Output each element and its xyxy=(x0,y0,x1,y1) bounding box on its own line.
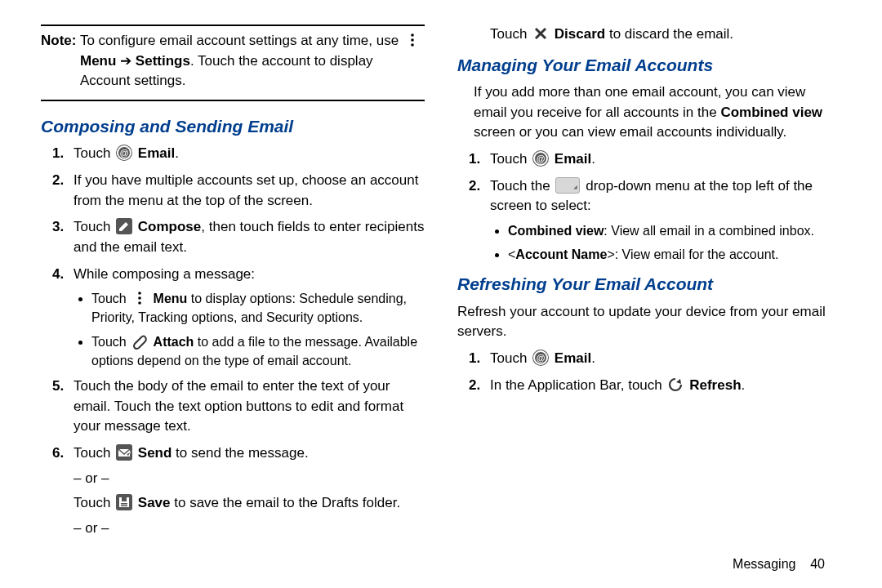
svg-text:@: @ xyxy=(537,154,546,163)
overflow-menu-icon xyxy=(131,290,148,306)
step: 2. Touch the drop-down menu at the top l… xyxy=(490,176,841,265)
step: 1. Touch @ Email. xyxy=(490,349,841,369)
email-at-icon: @ xyxy=(116,145,132,161)
svg-point-6 xyxy=(138,296,141,300)
note-text: Note: To configure email account setting… xyxy=(41,31,425,91)
step: 1. Touch @ Email. xyxy=(74,144,425,164)
bullet: Touch Attach to add a file to the messag… xyxy=(91,332,425,370)
overflow-menu-icon xyxy=(404,32,421,48)
svg-text:@: @ xyxy=(537,353,546,363)
or-divider: – or – xyxy=(74,469,425,489)
svg-point-2 xyxy=(411,43,414,47)
step: 1. Touch @ Email. xyxy=(490,149,841,170)
svg-point-0 xyxy=(411,33,414,37)
section-heading-composing: Composing and Sending Email xyxy=(41,114,425,139)
svg-rect-10 xyxy=(122,497,127,501)
step: 2. In the Application Bar, touch Refresh… xyxy=(490,376,841,396)
section-heading-managing: Managing Your Email Accounts xyxy=(457,53,841,78)
attach-icon xyxy=(131,333,148,350)
svg-point-1 xyxy=(411,38,414,42)
send-icon xyxy=(116,444,132,461)
email-at-icon: @ xyxy=(532,150,549,167)
or-divider: – or – xyxy=(74,519,425,539)
refresh-icon xyxy=(667,376,684,393)
svg-rect-12 xyxy=(121,506,127,507)
step: 3. Touch Compose, then touch fields to e… xyxy=(74,217,425,257)
step: 5.Touch the body of the email to enter t… xyxy=(74,376,425,437)
email-at-icon: @ xyxy=(532,350,549,366)
bullet: Touch Menu to display options: Schedule … xyxy=(91,289,425,327)
step: 2.If you have multiple accounts set up, … xyxy=(74,171,425,211)
compose-icon xyxy=(116,218,132,234)
managing-steps: 1. Touch @ Email. 2. Touch the drop-down… xyxy=(457,149,841,264)
refreshing-intro: Refresh your account to update your devi… xyxy=(457,302,841,342)
step: 4. While composing a message: Touch Menu… xyxy=(74,265,425,370)
manual-page: Note: To configure email account setting… xyxy=(0,0,882,564)
discard-x-icon xyxy=(532,25,549,42)
section-heading-refreshing: Refreshing Your Email Account xyxy=(457,272,841,296)
managing-intro: If you add more than one email account, … xyxy=(474,82,841,143)
page-footer: Messaging 40 xyxy=(733,557,825,572)
svg-text:@: @ xyxy=(120,148,129,158)
refreshing-steps: 1. Touch @ Email. 2. In the Application … xyxy=(457,349,841,395)
dropdown-icon xyxy=(555,177,580,194)
note-block: Note: To configure email account setting… xyxy=(41,24,425,101)
bullet: <Account Name>: View email for the accou… xyxy=(508,245,841,264)
save-icon xyxy=(116,494,132,510)
svg-rect-11 xyxy=(121,503,127,505)
bullet: Combined view: View all email in a combi… xyxy=(508,221,841,240)
svg-point-7 xyxy=(138,301,141,305)
svg-point-5 xyxy=(138,292,141,295)
